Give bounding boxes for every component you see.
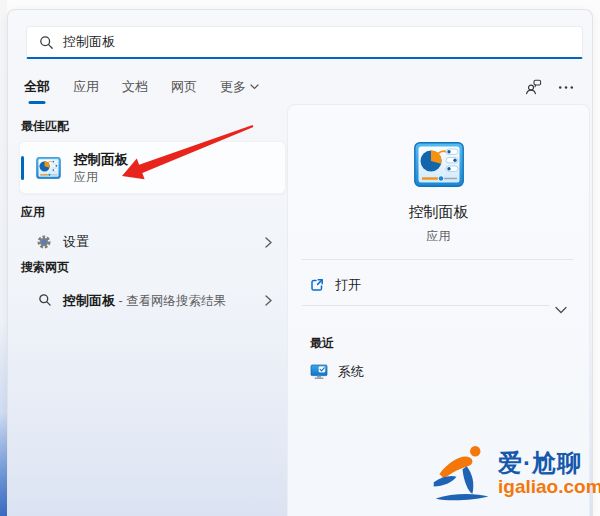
open-label: 打开 xyxy=(335,276,361,294)
tab-all[interactable]: 全部 xyxy=(21,76,53,104)
chevron-right-icon xyxy=(265,295,272,306)
tab-apps[interactable]: 应用 xyxy=(70,76,102,104)
ellipsis-icon[interactable] xyxy=(558,85,574,90)
selection-indicator xyxy=(21,156,24,180)
settings-label: 设置 xyxy=(63,233,89,251)
best-match-item[interactable]: 控制面板 应用 xyxy=(19,141,286,194)
open-action[interactable]: 打开 xyxy=(310,272,361,298)
search-icon xyxy=(39,35,54,50)
search-icon xyxy=(38,293,52,307)
top-right-actions xyxy=(525,79,574,95)
tab-more[interactable]: 更多 xyxy=(217,76,262,104)
best-match-header: 最佳匹配 xyxy=(21,118,69,135)
monitor-check-icon xyxy=(310,364,328,380)
search-input[interactable]: 控制面板 xyxy=(26,26,583,59)
watermark-text: 爱·尬聊 igaliao.com xyxy=(498,450,600,498)
apps-section-header: 应用 xyxy=(21,204,45,221)
divider xyxy=(302,259,573,260)
watermark-domain: igaliao.com xyxy=(498,476,600,498)
recent-header: 最近 xyxy=(310,335,334,352)
chevron-right-icon xyxy=(265,237,272,248)
web-search-query: 控制面板 xyxy=(63,293,115,308)
recent-item-system[interactable]: 系统 xyxy=(310,359,364,385)
open-external-icon xyxy=(310,278,324,292)
watermark-title: 爱·尬聊 xyxy=(498,450,600,476)
control-panel-icon xyxy=(36,157,61,179)
screenshot-root: 控制面板 全部 应用 文档 网页 更多 xyxy=(0,0,600,516)
search-query-text: 控制面板 xyxy=(63,33,115,51)
web-search-text: 控制面板 - 查看网络搜索结果 xyxy=(63,291,226,310)
watermark: 爱·尬聊 igaliao.com xyxy=(430,436,596,512)
best-match-title: 控制面板 xyxy=(74,152,128,168)
preview-app-subtitle: 应用 xyxy=(288,228,589,245)
settings-result-item[interactable]: 设置 xyxy=(19,226,286,258)
watermark-runner-icon xyxy=(430,437,496,511)
best-match-text: 控制面板 应用 xyxy=(74,152,128,184)
filter-tabs: 全部 应用 文档 网页 更多 xyxy=(21,76,262,104)
web-search-result-item[interactable]: 控制面板 - 查看网络搜索结果 xyxy=(19,284,286,316)
gear-icon xyxy=(36,234,52,250)
web-search-suffix: - 查看网络搜索结果 xyxy=(115,294,226,308)
control-panel-icon-large xyxy=(414,142,464,191)
recent-item-label: 系统 xyxy=(338,363,364,381)
best-match-subtitle: 应用 xyxy=(74,170,128,184)
tab-documents[interactable]: 文档 xyxy=(119,76,151,104)
chevron-down-icon xyxy=(250,84,259,90)
tab-web[interactable]: 网页 xyxy=(168,76,200,104)
preview-app-title: 控制面板 xyxy=(288,203,589,222)
account-icon[interactable] xyxy=(525,79,542,95)
divider xyxy=(302,305,550,306)
desktop-background-edge xyxy=(0,0,7,516)
web-section-header: 搜索网页 xyxy=(21,259,69,276)
chevron-down-icon[interactable] xyxy=(555,300,567,318)
